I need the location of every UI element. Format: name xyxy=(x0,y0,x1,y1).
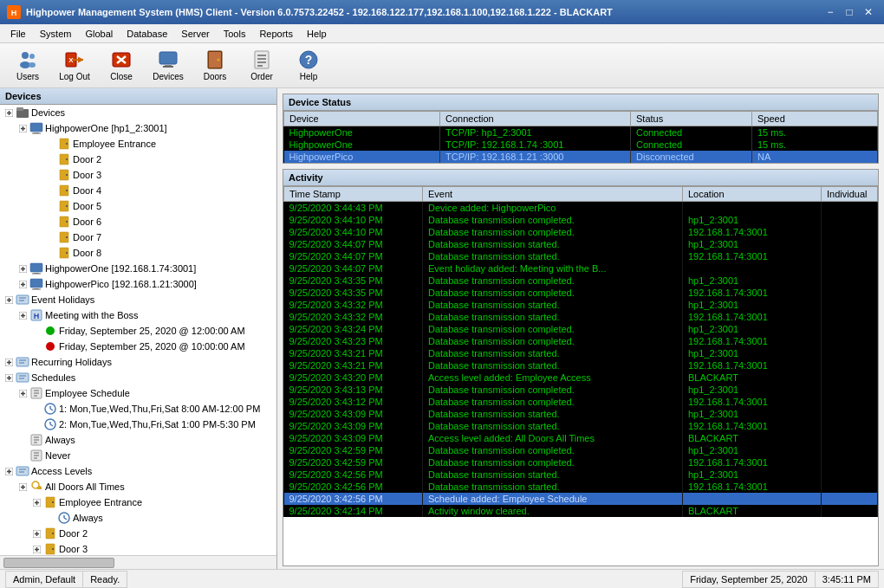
tree-content[interactable]: DevicesHighpowerOne [hp1_2:3001]Employee… xyxy=(0,105,276,555)
tree-item[interactable]: Door 4 xyxy=(0,183,276,198)
tree-item[interactable]: All Doors All Times xyxy=(0,479,276,494)
tree-expander[interactable] xyxy=(29,417,43,431)
toolbar-help-button[interactable]: ? Help xyxy=(286,47,331,85)
activity-row[interactable]: 9/25/2020 3:42:59 PMDatabase transmissio… xyxy=(284,444,878,456)
tree-item[interactable]: HighpowerOne [192.168.1.74:3001] xyxy=(0,261,276,276)
activity-row[interactable]: 9/25/2020 3:43:20 PMAccess level added: … xyxy=(284,372,878,384)
toolbar-order-button[interactable]: Order xyxy=(239,47,284,85)
tree-item[interactable]: HighpowerOne [hp1_2:3001] xyxy=(0,120,276,136)
tree-expander[interactable] xyxy=(16,277,29,291)
tree-item[interactable]: Door 5 xyxy=(0,198,276,214)
activity-row[interactable]: 9/25/2020 3:44:07 PMDatabase transmissio… xyxy=(284,238,878,250)
activity-row[interactable]: 9/25/2020 3:44:07 PMDatabase transmissio… xyxy=(284,250,878,262)
tree-expander[interactable] xyxy=(16,308,29,322)
activity-row[interactable]: 9/25/2020 3:42:56 PMSchedule added: Empl… xyxy=(284,493,878,505)
menu-server[interactable]: Server xyxy=(174,27,216,41)
toolbar-devices-button[interactable]: Devices xyxy=(146,47,191,85)
activity-row[interactable]: 9/25/2020 3:43:09 PMDatabase transmissio… xyxy=(284,420,878,432)
activity-row[interactable]: 9/25/2020 3:44:07 PMEvent holiday added:… xyxy=(284,262,878,275)
tree-expander[interactable] xyxy=(16,262,29,275)
menu-global[interactable]: Global xyxy=(78,27,120,41)
tree-expander[interactable] xyxy=(16,386,29,400)
tree-item[interactable]: Door 7 xyxy=(0,229,276,245)
activity-row[interactable]: 9/25/2020 3:43:23 PMDatabase transmissio… xyxy=(284,335,878,347)
activity-row[interactable]: 9/25/2020 3:42:56 PMDatabase transmissio… xyxy=(284,481,878,493)
activity-row[interactable]: 9/25/2020 3:44:10 PMDatabase transmissio… xyxy=(284,226,878,238)
menu-database[interactable]: Database xyxy=(120,27,174,41)
activity-row[interactable]: 9/25/2020 3:43:21 PMDatabase transmissio… xyxy=(284,347,878,359)
tree-expander[interactable] xyxy=(2,355,16,369)
activity-row[interactable]: 9/25/2020 3:44:43 PMDevice added: Highpo… xyxy=(284,202,878,215)
tree-expander[interactable] xyxy=(43,511,57,525)
tree-expander[interactable] xyxy=(2,106,16,120)
tree-item[interactable]: Always xyxy=(0,510,276,526)
tree-expander[interactable] xyxy=(16,480,29,494)
tree-expander[interactable] xyxy=(43,215,57,229)
tree-item[interactable]: Door 2 xyxy=(0,526,276,541)
activity-row[interactable]: 9/25/2020 3:42:56 PMDatabase transmissio… xyxy=(284,468,878,481)
tree-expander[interactable] xyxy=(2,293,16,307)
tree-item[interactable]: Employee Schedule xyxy=(0,385,276,401)
minimize-button[interactable]: − xyxy=(822,4,839,20)
tree-expander[interactable] xyxy=(43,184,57,197)
tree-expander[interactable] xyxy=(29,339,43,353)
tree-item[interactable]: Door 8 xyxy=(0,245,276,261)
tree-item[interactable]: Never xyxy=(0,448,276,463)
tree-expander[interactable] xyxy=(16,433,29,447)
activity-row[interactable]: 9/25/2020 3:43:24 PMDatabase transmissio… xyxy=(284,323,878,335)
tree-expander[interactable] xyxy=(29,324,43,338)
tree-expander[interactable] xyxy=(43,168,57,182)
maximize-button[interactable]: □ xyxy=(841,4,858,20)
tree-item[interactable]: Friday, September 25, 2020 @ 10:00:00 AM xyxy=(0,339,276,354)
device-status-row[interactable]: HighpowerOneTCP/IP: hp1_2:3001Connected1… xyxy=(284,126,878,139)
tree-item[interactable]: Devices xyxy=(0,105,276,120)
menu-reports[interactable]: Reports xyxy=(252,27,300,41)
menu-help[interactable]: Help xyxy=(300,27,334,41)
activity-row[interactable]: 9/25/2020 3:43:09 PMDatabase transmissio… xyxy=(284,408,878,420)
tree-item[interactable]: Employee Entrance xyxy=(0,494,276,510)
tree-item[interactable]: Recurring Holidays xyxy=(0,354,276,370)
tree-expander[interactable] xyxy=(43,199,57,213)
tree-item[interactable]: 1: Mon,Tue,Wed,Thu,Fri,Sat 8:00 AM-12:00… xyxy=(0,401,276,417)
tree-item[interactable]: Access Levels xyxy=(0,463,276,479)
toolbar-logout-button[interactable]: X Log Out xyxy=(52,47,97,85)
close-window-button[interactable]: ✕ xyxy=(860,4,877,20)
activity-row[interactable]: 9/25/2020 3:43:13 PMDatabase transmissio… xyxy=(284,384,878,396)
tree-item[interactable]: Door 3 xyxy=(0,541,276,555)
activity-table-container[interactable]: Time Stamp Event Location Individual 9/2… xyxy=(283,186,878,565)
tree-expander[interactable] xyxy=(16,121,29,135)
tree-item[interactable]: Event Holidays xyxy=(0,292,276,307)
tree-item[interactable]: Always xyxy=(0,432,276,448)
tree-item[interactable]: Door 2 xyxy=(0,152,276,167)
tree-expander[interactable] xyxy=(2,464,16,478)
tree-item[interactable]: Employee Entrance xyxy=(0,136,276,152)
tree-item[interactable]: HMeeting with the Boss xyxy=(0,307,276,323)
activity-row[interactable]: 9/25/2020 3:43:32 PMDatabase transmissio… xyxy=(284,299,878,311)
tree-item[interactable]: Door 6 xyxy=(0,214,276,229)
tree-scrollbar[interactable] xyxy=(0,555,276,569)
device-status-row[interactable]: HighpowerPicoTCP/IP: 192.168.1.21 :3000D… xyxy=(284,151,878,163)
tree-expander[interactable] xyxy=(43,246,57,260)
activity-row[interactable]: 9/25/2020 3:43:21 PMDatabase transmissio… xyxy=(284,359,878,372)
activity-row[interactable]: 9/25/2020 3:43:35 PMDatabase transmissio… xyxy=(284,275,878,287)
menu-tools[interactable]: Tools xyxy=(217,27,253,41)
tree-expander[interactable] xyxy=(29,527,43,540)
tree-scrollbar-thumb[interactable] xyxy=(3,558,114,568)
activity-row[interactable]: 9/25/2020 3:43:35 PMDatabase transmissio… xyxy=(284,287,878,299)
activity-row[interactable]: 9/25/2020 3:43:12 PMDatabase transmissio… xyxy=(284,396,878,408)
tree-expander[interactable] xyxy=(29,542,43,555)
menu-file[interactable]: File xyxy=(3,27,33,41)
activity-row[interactable]: 9/25/2020 3:42:14 PMActivity window clea… xyxy=(284,505,878,517)
activity-row[interactable]: 9/25/2020 3:44:10 PMDatabase transmissio… xyxy=(284,214,878,226)
tree-item[interactable]: Friday, September 25, 2020 @ 12:00:00 AM xyxy=(0,323,276,339)
tree-expander[interactable] xyxy=(29,402,43,416)
activity-row[interactable]: 9/25/2020 3:43:09 PMAccess level added: … xyxy=(284,432,878,444)
tree-item[interactable]: Door 3 xyxy=(0,167,276,183)
tree-expander[interactable] xyxy=(29,495,43,509)
toolbar-close-button[interactable]: Close xyxy=(99,47,144,85)
tree-item[interactable]: 2: Mon,Tue,Wed,Thu,Fri,Sat 1:00 PM-5:30 … xyxy=(0,417,276,432)
menu-system[interactable]: System xyxy=(33,27,79,41)
toolbar-users-button[interactable]: Users xyxy=(5,47,50,85)
tree-expander[interactable] xyxy=(43,137,57,151)
tree-expander[interactable] xyxy=(2,371,16,384)
